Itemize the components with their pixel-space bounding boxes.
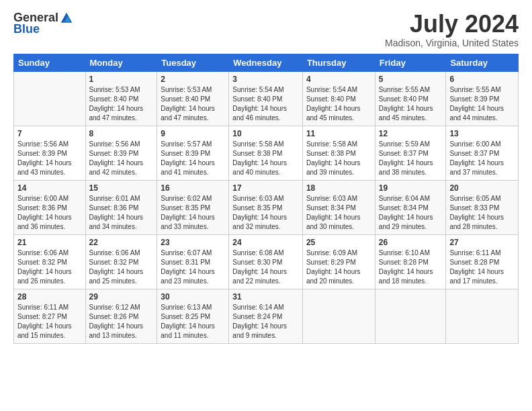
- day-info: Sunrise: 6:00 AM Sunset: 8:37 PM Dayligh…: [449, 140, 515, 177]
- header: General Blue July 2024 Madison, Virginia…: [13, 11, 519, 48]
- calendar-cell: 10Sunrise: 5:58 AM Sunset: 8:38 PM Dayli…: [229, 126, 303, 180]
- calendar-cell: [375, 289, 446, 343]
- calendar-cell: 7Sunrise: 5:56 AM Sunset: 8:39 PM Daylig…: [14, 126, 86, 180]
- calendar-header-friday: Friday: [375, 54, 446, 71]
- calendar-week-row: 21Sunrise: 6:06 AM Sunset: 8:32 PM Dayli…: [14, 234, 519, 289]
- calendar-header-saturday: Saturday: [446, 54, 519, 71]
- day-info: Sunrise: 6:14 AM Sunset: 8:24 PM Dayligh…: [232, 303, 299, 340]
- calendar-cell: 4Sunrise: 5:54 AM Sunset: 8:40 PM Daylig…: [302, 71, 375, 126]
- day-info: Sunrise: 6:03 AM Sunset: 8:34 PM Dayligh…: [306, 194, 371, 232]
- calendar-header-thursday: Thursday: [302, 54, 375, 71]
- day-info: Sunrise: 6:11 AM Sunset: 8:27 PM Dayligh…: [17, 303, 82, 340]
- day-number: 24: [232, 238, 299, 247]
- calendar-cell: 14Sunrise: 6:00 AM Sunset: 8:36 PM Dayli…: [14, 180, 86, 234]
- day-number: 30: [161, 292, 225, 302]
- calendar-cell: 15Sunrise: 6:01 AM Sunset: 8:36 PM Dayli…: [85, 180, 157, 234]
- page: General Blue July 2024 Madison, Virginia…: [0, 0, 532, 411]
- day-number: 25: [306, 238, 371, 247]
- day-info: Sunrise: 6:13 AM Sunset: 8:25 PM Dayligh…: [161, 303, 225, 340]
- day-info: Sunrise: 6:02 AM Sunset: 8:35 PM Dayligh…: [161, 194, 225, 232]
- calendar-table: SundayMondayTuesdayWednesdayThursdayFrid…: [13, 54, 519, 344]
- calendar-cell: 17Sunrise: 6:03 AM Sunset: 8:35 PM Dayli…: [229, 180, 303, 234]
- calendar-cell: 2Sunrise: 5:53 AM Sunset: 8:40 PM Daylig…: [157, 71, 229, 126]
- day-info: Sunrise: 6:03 AM Sunset: 8:35 PM Dayligh…: [232, 194, 299, 232]
- calendar-cell: 23Sunrise: 6:07 AM Sunset: 8:31 PM Dayli…: [157, 234, 229, 289]
- calendar-cell: 1Sunrise: 5:53 AM Sunset: 8:40 PM Daylig…: [85, 71, 157, 126]
- title-section: July 2024 Madison, Virginia, United Stat…: [385, 11, 519, 48]
- day-info: Sunrise: 5:53 AM Sunset: 8:40 PM Dayligh…: [89, 85, 154, 123]
- day-number: 5: [379, 75, 443, 84]
- day-number: 3: [232, 75, 299, 84]
- day-number: 23: [161, 238, 225, 247]
- calendar-cell: 30Sunrise: 6:13 AM Sunset: 8:25 PM Dayli…: [157, 289, 229, 343]
- day-info: Sunrise: 6:07 AM Sunset: 8:31 PM Dayligh…: [161, 248, 225, 286]
- day-info: Sunrise: 5:54 AM Sunset: 8:40 PM Dayligh…: [306, 85, 371, 123]
- calendar-cell: 19Sunrise: 6:04 AM Sunset: 8:34 PM Dayli…: [375, 180, 446, 234]
- day-info: Sunrise: 6:00 AM Sunset: 8:36 PM Dayligh…: [17, 194, 82, 232]
- logo: General Blue: [13, 11, 73, 36]
- calendar-cell: 16Sunrise: 6:02 AM Sunset: 8:35 PM Dayli…: [157, 180, 229, 234]
- day-number: 18: [306, 183, 371, 193]
- day-info: Sunrise: 5:57 AM Sunset: 8:39 PM Dayligh…: [161, 140, 225, 177]
- calendar-cell: 21Sunrise: 6:06 AM Sunset: 8:32 PM Dayli…: [14, 234, 86, 289]
- calendar-cell: 9Sunrise: 5:57 AM Sunset: 8:39 PM Daylig…: [157, 126, 229, 180]
- calendar-header-monday: Monday: [85, 54, 157, 71]
- day-number: 22: [89, 238, 154, 247]
- day-number: 12: [379, 129, 443, 138]
- calendar-cell: 22Sunrise: 6:06 AM Sunset: 8:32 PM Dayli…: [85, 234, 157, 289]
- calendar-week-row: 28Sunrise: 6:11 AM Sunset: 8:27 PM Dayli…: [14, 289, 519, 343]
- calendar-week-row: 1Sunrise: 5:53 AM Sunset: 8:40 PM Daylig…: [14, 71, 519, 126]
- day-info: Sunrise: 5:54 AM Sunset: 8:40 PM Dayligh…: [232, 85, 299, 123]
- day-info: Sunrise: 6:04 AM Sunset: 8:34 PM Dayligh…: [379, 194, 443, 232]
- logo-blue-text: Blue: [13, 22, 40, 36]
- calendar-cell: 18Sunrise: 6:03 AM Sunset: 8:34 PM Dayli…: [302, 180, 375, 234]
- day-number: 31: [232, 292, 299, 302]
- day-info: Sunrise: 5:59 AM Sunset: 8:37 PM Dayligh…: [379, 140, 443, 177]
- calendar-cell: 20Sunrise: 6:05 AM Sunset: 8:33 PM Dayli…: [446, 180, 519, 234]
- calendar-cell: 24Sunrise: 6:08 AM Sunset: 8:30 PM Dayli…: [229, 234, 303, 289]
- day-number: 20: [449, 183, 515, 193]
- calendar-cell: [446, 289, 519, 343]
- day-number: 21: [17, 238, 82, 247]
- logo-icon: [60, 11, 73, 25]
- day-info: Sunrise: 6:12 AM Sunset: 8:26 PM Dayligh…: [89, 303, 154, 340]
- day-info: Sunrise: 5:56 AM Sunset: 8:39 PM Dayligh…: [17, 140, 82, 177]
- day-info: Sunrise: 6:01 AM Sunset: 8:36 PM Dayligh…: [89, 194, 154, 232]
- day-info: Sunrise: 5:53 AM Sunset: 8:40 PM Dayligh…: [161, 85, 225, 123]
- day-number: 1: [89, 75, 154, 84]
- day-number: 11: [306, 129, 371, 138]
- day-number: 9: [161, 129, 225, 138]
- calendar-cell: 6Sunrise: 5:55 AM Sunset: 8:39 PM Daylig…: [446, 71, 519, 126]
- calendar-cell: [14, 71, 86, 126]
- location: Madison, Virginia, United States: [385, 38, 519, 48]
- calendar-cell: 8Sunrise: 5:56 AM Sunset: 8:39 PM Daylig…: [85, 126, 157, 180]
- calendar-cell: 31Sunrise: 6:14 AM Sunset: 8:24 PM Dayli…: [229, 289, 303, 343]
- day-info: Sunrise: 6:11 AM Sunset: 8:28 PM Dayligh…: [449, 248, 515, 286]
- calendar-cell: 29Sunrise: 6:12 AM Sunset: 8:26 PM Dayli…: [85, 289, 157, 343]
- calendar-header-row: SundayMondayTuesdayWednesdayThursdayFrid…: [14, 54, 519, 71]
- calendar-cell: 12Sunrise: 5:59 AM Sunset: 8:37 PM Dayli…: [375, 126, 446, 180]
- calendar-cell: [302, 289, 375, 343]
- day-number: 15: [89, 183, 154, 193]
- calendar-cell: 11Sunrise: 5:58 AM Sunset: 8:38 PM Dayli…: [302, 126, 375, 180]
- day-number: 26: [379, 238, 443, 247]
- calendar-header-wednesday: Wednesday: [229, 54, 303, 71]
- calendar-cell: 26Sunrise: 6:10 AM Sunset: 8:28 PM Dayli…: [375, 234, 446, 289]
- day-number: 6: [449, 75, 515, 84]
- day-info: Sunrise: 6:09 AM Sunset: 8:29 PM Dayligh…: [306, 248, 371, 286]
- day-number: 14: [17, 183, 82, 193]
- calendar-cell: 5Sunrise: 5:55 AM Sunset: 8:40 PM Daylig…: [375, 71, 446, 126]
- day-number: 7: [17, 129, 82, 138]
- day-number: 28: [17, 292, 82, 302]
- day-number: 27: [449, 238, 515, 247]
- day-info: Sunrise: 6:10 AM Sunset: 8:28 PM Dayligh…: [379, 248, 443, 286]
- day-info: Sunrise: 6:06 AM Sunset: 8:32 PM Dayligh…: [17, 248, 82, 286]
- month-title: July 2024: [385, 11, 519, 38]
- calendar-cell: 27Sunrise: 6:11 AM Sunset: 8:28 PM Dayli…: [446, 234, 519, 289]
- calendar-cell: 13Sunrise: 6:00 AM Sunset: 8:37 PM Dayli…: [446, 126, 519, 180]
- calendar-cell: 28Sunrise: 6:11 AM Sunset: 8:27 PM Dayli…: [14, 289, 86, 343]
- calendar-week-row: 14Sunrise: 6:00 AM Sunset: 8:36 PM Dayli…: [14, 180, 519, 234]
- day-number: 17: [232, 183, 299, 193]
- day-number: 2: [161, 75, 225, 84]
- day-info: Sunrise: 6:05 AM Sunset: 8:33 PM Dayligh…: [449, 194, 515, 232]
